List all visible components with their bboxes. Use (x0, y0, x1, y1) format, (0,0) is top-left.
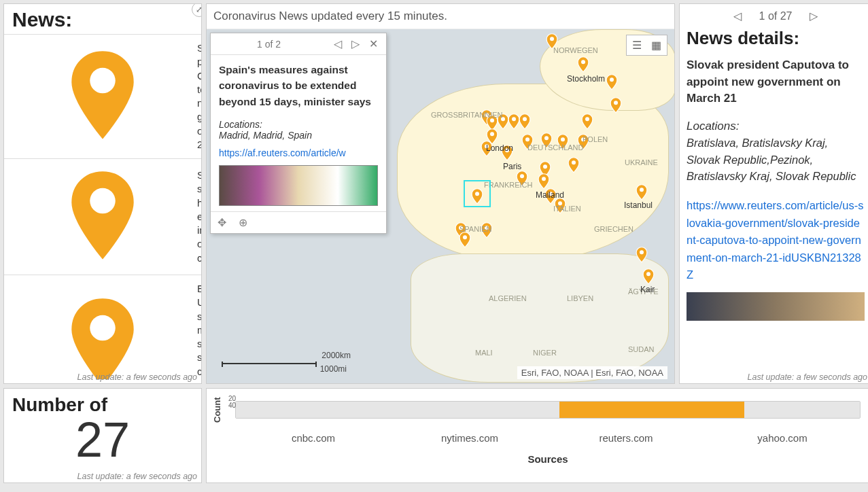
country-label: LIBYEN (567, 294, 593, 302)
country-label: ITALIEN (553, 205, 581, 213)
country-label: NORWEGEN (553, 46, 598, 54)
pin-icon (15, 293, 190, 379)
news-list-panel: ⤢ News: Slovak president Caputova to app… (3, 3, 202, 384)
news-item-text: Slovak president Caputova to appoint new… (197, 41, 201, 152)
city-label: Paris (503, 162, 521, 171)
list-item[interactable]: Sudan suspends higher education institut… (4, 158, 201, 275)
details-heading: News details: (687, 28, 865, 49)
country-label: POLEN (583, 135, 608, 143)
list-item[interactable]: Exclusive: UK supermarkets may cut servi… (4, 275, 201, 379)
country-label: ALGERIEN (489, 294, 527, 302)
pager-next-icon[interactable]: ▷ (810, 10, 818, 22)
last-update-label: Last update: a few seconds ago (77, 472, 197, 481)
popup-locations: Madrid, Madrid, Spain (219, 130, 312, 141)
city-label: Mailand (536, 190, 564, 200)
popup-image (219, 165, 378, 206)
news-heading: News: (4, 4, 201, 34)
chart-bars[interactable] (235, 401, 861, 419)
popup-locations-heading: Locations: (219, 119, 262, 130)
map-pin[interactable] (636, 184, 648, 200)
news-list[interactable]: Slovak president Caputova to appoint new… (4, 34, 201, 379)
chart-bar-segment[interactable] (559, 402, 744, 418)
country-label: GROSSBRITANNIEN (431, 111, 503, 119)
popup-pager: 1 of 2 (257, 39, 281, 50)
city-label: Stockholm (567, 74, 605, 84)
map-canvas[interactable]: 1 of 2 ◁ ▷ ✕ Spain's measures against co… (207, 29, 674, 383)
details-image (687, 292, 865, 321)
pan-icon[interactable]: ✥ (218, 216, 226, 229)
zoom-icon[interactable]: ⊕ (239, 216, 247, 229)
count-value: 27 (12, 412, 193, 468)
map-pin[interactable] (577, 56, 589, 73)
legend-icon[interactable]: ☰ (632, 39, 642, 52)
chart-xlabel: Sources (235, 453, 861, 465)
popup-link[interactable]: https://af.reuters.com/article/w (219, 147, 378, 158)
scale-km: 2000km (322, 351, 351, 360)
count-panel: Number of 27 Last update: a few seconds … (3, 388, 202, 483)
popup-next-icon[interactable]: ▷ (349, 37, 362, 50)
country-label: DEUTSCHLAND (527, 143, 584, 152)
pin-icon (15, 46, 190, 147)
country-label: SPANIEN (459, 225, 491, 233)
news-item-text: Sudan suspends higher education institut… (197, 169, 201, 265)
city-label: Istanbul (624, 200, 653, 210)
sources-chart: Count 20 40 cnbc.comnytimes.comreuters.c… (206, 388, 868, 483)
map-pin[interactable] (610, 97, 622, 113)
chart-bar-segment[interactable] (236, 402, 398, 418)
chart-category-label: nytimes.com (392, 432, 548, 444)
selection-box (464, 180, 491, 207)
map-title: Coronavirus News updated every 15 minute… (207, 4, 674, 29)
country-label: NIGER (533, 349, 557, 357)
chart-bar-segment[interactable] (398, 402, 559, 418)
news-item-text: Exclusive: UK supermarkets may cut servi… (197, 282, 201, 379)
details-title: Slovak president Caputova to appoint new… (687, 57, 865, 107)
map-panel: Coronavirus News updated every 15 minute… (206, 3, 675, 384)
map-pin[interactable] (459, 232, 471, 248)
map-pin[interactable] (636, 247, 648, 263)
close-icon[interactable]: ✕ (366, 37, 381, 50)
chart-bar-segment[interactable] (744, 402, 860, 418)
scale-mi: 1000mi (320, 364, 347, 374)
chart-categories: cnbc.comnytimes.comreuters.comyahoo.com (235, 432, 861, 444)
pager-text: 1 of 27 (759, 10, 793, 22)
basemap-icon[interactable]: ▦ (651, 39, 661, 52)
map-scale: 2000km 1000mi (222, 362, 317, 364)
chart-category-label: reuters.com (548, 432, 704, 444)
country-label: FRANKREICH (484, 181, 533, 189)
news-details-panel: ◁ 1 of 27 ▷ News details: Slovak preside… (679, 3, 868, 384)
details-link[interactable]: https://www.reuters.com/article/us-slova… (687, 199, 863, 281)
map-pin[interactable] (519, 113, 531, 130)
popup-headline: Spain's measures against coronavirus to … (219, 62, 378, 109)
details-locations: Bratislava, Bratislavsky Kraj, Slovak Re… (687, 135, 865, 185)
details-locations-heading: Locations: (687, 120, 865, 133)
pager-prev-icon[interactable]: ◁ (733, 10, 742, 22)
last-update-label: Last update: a few seconds ago (77, 372, 197, 382)
city-label: Kair (640, 285, 655, 294)
map-pin[interactable] (538, 173, 550, 190)
chart-category-label: yahoo.com (704, 432, 861, 444)
country-label: SUDAN (628, 345, 655, 353)
country-label: GRIECHEN (594, 225, 633, 233)
popup-prev-icon[interactable]: ◁ (331, 37, 345, 50)
country-label: MALI (475, 349, 493, 357)
list-item[interactable]: Slovak president Caputova to appoint new… (4, 34, 201, 158)
city-label: London (486, 143, 513, 153)
chart-yticks: 20 40 (228, 396, 236, 409)
last-update-label: Last update: a few seconds ago (747, 372, 867, 382)
pin-icon (15, 166, 190, 268)
country-label: UKRAINE (625, 158, 658, 166)
map-attribution: Esri, FAO, NOAA | Esri, FAO, NOAA (517, 366, 667, 379)
map-pin[interactable] (581, 113, 593, 130)
map-pin[interactable] (568, 157, 580, 173)
chart-category-label: cnbc.com (235, 432, 392, 444)
map-pin[interactable] (642, 268, 655, 285)
map-pin[interactable] (606, 74, 618, 90)
map-layer-control[interactable]: ☰ ▦ (626, 35, 667, 56)
chart-ylabel: Count (212, 397, 222, 423)
map-popup: 1 of 2 ◁ ▷ ✕ Spain's measures against co… (210, 33, 387, 234)
